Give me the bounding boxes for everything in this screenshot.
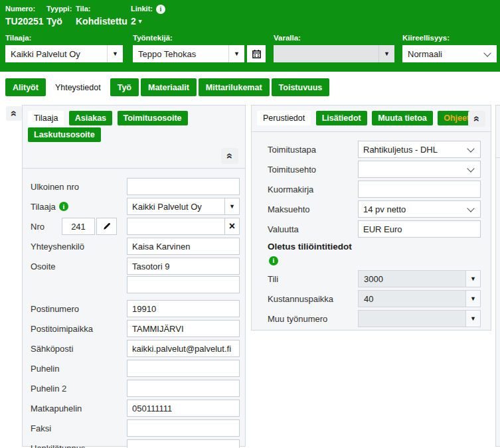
tab-perustiedot[interactable]: Perustiedot bbox=[257, 111, 311, 125]
toimitustapa-select[interactable]: Rahtikuljetus - DHL bbox=[358, 141, 481, 158]
kiireellisyys-select[interactable]: Normaali bbox=[402, 45, 497, 62]
nro-secondary-input[interactable]: × bbox=[127, 218, 240, 235]
tab-yhteystiedot[interactable]: Yhteystiedot bbox=[48, 78, 108, 96]
toimitusehto-select[interactable] bbox=[358, 161, 481, 178]
puhelin-input[interactable] bbox=[127, 360, 240, 377]
tab-alityot[interactable]: Alityöt bbox=[5, 78, 46, 96]
kuormakirja-input[interactable] bbox=[358, 181, 481, 198]
henkilotunnus-label: Henkilötunnus bbox=[31, 443, 119, 448]
tab-toistuvuus[interactable]: Toistuvuus bbox=[272, 78, 330, 96]
info-icon[interactable]: i bbox=[156, 5, 165, 14]
tilaaja-combo[interactable]: Kaikki Palvelut Oy ▼ bbox=[127, 198, 240, 215]
kiireellisyys-select-value: Normaali bbox=[402, 49, 485, 59]
faksi-input[interactable] bbox=[127, 419, 240, 437]
caret-down-button[interactable]: ▼ bbox=[224, 198, 239, 214]
tilaaja-select[interactable]: Kaikki Palvelut Oy ▼ bbox=[5, 45, 123, 62]
edit-button[interactable] bbox=[96, 218, 117, 235]
caret-down-icon: ▼ bbox=[229, 203, 235, 210]
sahkoposti-value: kaikki.palvelut@palvelut.fi bbox=[127, 344, 239, 354]
header-info-row: Numero: TU20251 Tyyppi: Työ Tila: Kohdis… bbox=[5, 4, 497, 29]
osoite2-input[interactable] bbox=[127, 276, 240, 293]
collapse-left-button[interactable]: « bbox=[6, 106, 22, 121]
postinumero-value: 19910 bbox=[127, 304, 239, 314]
tila-value: Kohdistettu bbox=[76, 14, 131, 29]
info-icon[interactable]: i bbox=[59, 202, 68, 211]
postinumero-input[interactable]: 19910 bbox=[127, 300, 240, 317]
nro-input[interactable]: 241 bbox=[62, 218, 95, 235]
perustiedot-form: Toimitustapa Rahtikuljetus - DHL Toimitu… bbox=[252, 132, 491, 327]
contact-panel: Tilaaja Asiakas Toimitusosoite Laskutuso… bbox=[22, 105, 246, 447]
collapse-up-icon: « bbox=[471, 116, 482, 122]
tilaaja-select-value: Kaikki Palvelut Oy bbox=[5, 49, 107, 59]
tilaaja-field-label-text: Tilaaja bbox=[31, 202, 56, 212]
tab-laskutusosoite[interactable]: Laskutusosoite bbox=[28, 127, 101, 142]
sahkoposti-input[interactable]: kaikki.palvelut@palvelut.fi bbox=[127, 340, 240, 357]
tab-tyo[interactable]: Työ bbox=[110, 78, 139, 96]
kustannuspaikka-combo[interactable]: 40 ▼ bbox=[358, 290, 481, 307]
caret-down-button[interactable]: ▼ bbox=[465, 291, 480, 307]
maksuehto-label: Maksuehto bbox=[268, 204, 358, 214]
chevron-down-icon bbox=[467, 145, 474, 152]
tab-mittarilukemat[interactable]: Mittarilukemat bbox=[199, 78, 270, 96]
henkilotunnus-input[interactable] bbox=[127, 439, 240, 448]
toimitustapa-value: Rahtikuljetus - DHL bbox=[359, 145, 468, 155]
numero-label: Numero: bbox=[5, 4, 46, 14]
clear-button[interactable]: × bbox=[224, 218, 239, 234]
yhteyshenkilo-label: Yhteyshenkilö bbox=[31, 242, 119, 252]
next-panel-edge bbox=[495, 105, 500, 447]
work-order-header: Numero: TU20251 Tyyppi: Työ Tila: Kohdis… bbox=[0, 0, 500, 72]
chevron-down-icon bbox=[467, 204, 474, 212]
faksi-label: Faksi bbox=[31, 423, 119, 433]
tab-lisatiedot[interactable]: Lisätiedot bbox=[316, 111, 367, 125]
calendar-button[interactable] bbox=[247, 45, 266, 62]
tab-tilaaja[interactable]: Tilaaja bbox=[28, 111, 64, 125]
valuutta-label: Valuutta bbox=[268, 224, 358, 234]
collapse-section-button[interactable]: « bbox=[221, 148, 238, 164]
valuutta-value: EUR Euro bbox=[359, 224, 480, 234]
osoite-label: Osoite bbox=[31, 261, 119, 271]
kuormakirja-label: Kuormakirja bbox=[268, 185, 358, 194]
info-icon[interactable]: i bbox=[269, 256, 278, 265]
caret-down-icon[interactable]: ▼ bbox=[107, 45, 123, 62]
caret-down-icon: ▾ bbox=[139, 18, 142, 25]
collapse-section-button[interactable]: « bbox=[468, 111, 485, 127]
ulkoinen-nro-input[interactable] bbox=[127, 178, 240, 195]
tilaaja-form: Ulkoinen nro Tilaaja i Kaikki Palvelut O… bbox=[23, 169, 245, 448]
linkit-label-row: Linkit: i bbox=[131, 4, 497, 14]
puhelin2-label: Puhelin 2 bbox=[31, 384, 119, 394]
maksuehto-select[interactable]: 14 pv netto bbox=[358, 200, 481, 218]
yhteyshenkilo-input[interactable]: Kaisa Karvinen bbox=[127, 238, 240, 255]
caret-down-button[interactable]: ▼ bbox=[465, 271, 480, 287]
postitoimipaikka-label: Postitoimipaikka bbox=[31, 324, 119, 334]
postitoimipaikka-input[interactable]: TAMMIJÄRVI bbox=[127, 320, 240, 337]
header-select-row: Tilaaja: Kaikki Palvelut Oy ▼ Työntekijä… bbox=[5, 34, 497, 62]
yhteyshenkilo-value: Kaisa Karvinen bbox=[127, 242, 239, 252]
tab-muuta-tietoa[interactable]: Muuta tietoa bbox=[372, 111, 433, 125]
next-panel-tab-area bbox=[496, 106, 500, 158]
matkapuhelin-input[interactable]: 050111111 bbox=[127, 400, 240, 417]
tyontekija-select[interactable]: Teppo Tehokas ▼ bbox=[133, 45, 244, 62]
puhelin2-input[interactable] bbox=[127, 380, 240, 397]
sahkoposti-label: Sähköposti bbox=[31, 344, 119, 354]
collapse-up-icon: « bbox=[9, 111, 19, 117]
tyyppi-value: Työ bbox=[46, 14, 76, 29]
tab-toimitusosoite[interactable]: Toimitusosoite bbox=[118, 111, 188, 125]
tili-combo[interactable]: 3000 ▼ bbox=[358, 270, 481, 287]
muu-tyonumero-combo[interactable]: ▼ bbox=[358, 310, 481, 327]
varalla-select[interactable]: ▼ bbox=[274, 45, 394, 62]
tab-materiaalit[interactable]: Materiaalit bbox=[141, 78, 197, 96]
collapse-up-icon: « bbox=[224, 153, 235, 159]
valuutta-input[interactable]: EUR Euro bbox=[358, 220, 481, 238]
tyontekija-select-value: Teppo Tehokas bbox=[133, 49, 228, 59]
tili-value: 3000 bbox=[359, 274, 465, 284]
osoite-input[interactable]: Tasotori 9 bbox=[127, 258, 240, 275]
linkit-dropdown[interactable]: 2 ▾ bbox=[131, 14, 497, 29]
details-panel-tabs: Perustiedot Lisätiedot Muuta tietoa Ohje… bbox=[252, 106, 491, 132]
postitoimipaikka-value: TAMMIJÄRVI bbox=[127, 324, 239, 334]
caret-down-icon[interactable]: ▼ bbox=[378, 45, 394, 62]
osoite-value: Tasotori 9 bbox=[127, 261, 239, 271]
caret-down-icon[interactable]: ▼ bbox=[228, 45, 244, 62]
tyyppi-label: Tyyppi: bbox=[46, 4, 76, 14]
tab-asiakas[interactable]: Asiakas bbox=[69, 111, 112, 125]
caret-down-button[interactable]: ▼ bbox=[465, 311, 480, 327]
